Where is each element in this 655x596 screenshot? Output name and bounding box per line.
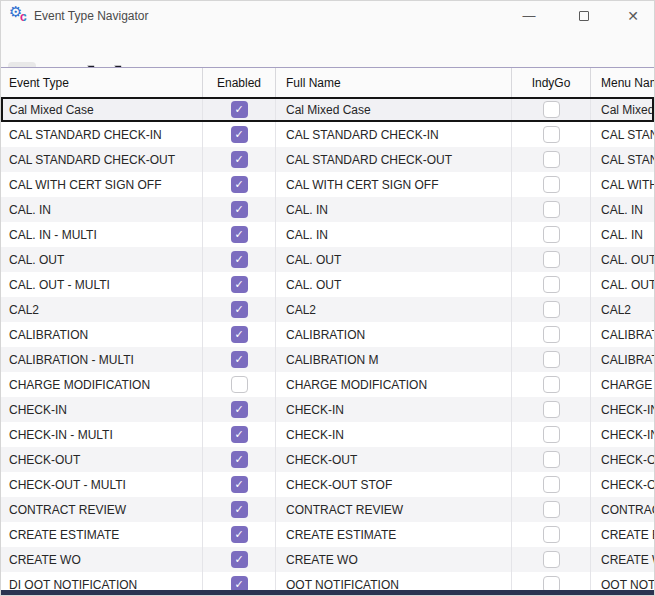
minimize-button[interactable]: — [513, 4, 545, 27]
enabled-checkbox-cell: ✓ [203, 447, 276, 472]
indygo-checkbox[interactable] [543, 201, 560, 218]
menu-name-cell-text: CREATE WO [591, 553, 654, 567]
event-type-cell: CHECK-OUT - MULTI [1, 472, 203, 497]
menu-name-cell: CALIBRATION [591, 322, 654, 347]
enabled-checkbox[interactable]: ✓ [231, 326, 248, 343]
enabled-checkbox[interactable] [231, 376, 248, 393]
enabled-checkbox[interactable]: ✓ [231, 476, 248, 493]
full-name-cell-text: Cal Mixed Case [276, 103, 371, 117]
event-type-cell: CREATE WO [1, 547, 203, 572]
event-type-cell-text: CALIBRATION - MULTI [1, 353, 134, 367]
menu-name-cell-text: CALIBRATION M [591, 353, 654, 367]
indygo-checkbox[interactable] [543, 451, 560, 468]
table-row[interactable]: CAL. IN - MULTI✓CAL. INCAL. IN [1, 222, 654, 247]
enabled-checkbox[interactable]: ✓ [231, 226, 248, 243]
event-type-cell-text: CAL WITH CERT SIGN OFF [1, 178, 161, 192]
indygo-checkbox[interactable] [543, 176, 560, 193]
indygo-checkbox-cell [512, 322, 591, 347]
enabled-checkbox[interactable]: ✓ [231, 351, 248, 368]
enabled-checkbox[interactable]: ✓ [231, 426, 248, 443]
table-row[interactable]: CHECK-IN - MULTI✓CHECK-INCHECK-IN [1, 422, 654, 447]
indygo-checkbox[interactable] [543, 326, 560, 343]
table-row[interactable]: CAL. OUT - MULTI✓CAL. OUTCAL. OUT [1, 272, 654, 297]
enabled-checkbox[interactable]: ✓ [231, 401, 248, 418]
table-row[interactable]: CHECK-IN✓CHECK-INCHECK-IN [1, 397, 654, 422]
indygo-checkbox[interactable] [543, 401, 560, 418]
event-type-cell: CHECK-IN - MULTI [1, 422, 203, 447]
column-header-event-type[interactable]: Event Type [1, 68, 203, 97]
table-row[interactable]: CONTRACT REVIEW✓CONTRACT REVIEWCONTRACT … [1, 497, 654, 522]
indygo-checkbox[interactable] [543, 226, 560, 243]
indygo-checkbox-cell [512, 297, 591, 322]
full-name-cell: CREATE ESTIMATE [276, 522, 512, 547]
table-row[interactable]: CAL. OUT✓CAL. OUTCAL. OUT [1, 247, 654, 272]
full-name-cell-text: CAL STANDARD CHECK-OUT [276, 153, 452, 167]
table-row[interactable]: CAL WITH CERT SIGN OFF✓CAL WITH CERT SIG… [1, 172, 654, 197]
enabled-checkbox[interactable]: ✓ [231, 501, 248, 518]
table-row[interactable]: CALIBRATION - MULTI✓CALIBRATION MCALIBRA… [1, 347, 654, 372]
column-header-full-name[interactable]: Full Name [276, 68, 512, 97]
enabled-checkbox[interactable]: ✓ [231, 101, 248, 118]
indygo-checkbox[interactable] [543, 276, 560, 293]
menu-name-cell-text: CAL WITH CERT SIGN OFF [591, 178, 654, 192]
full-name-cell: CAL STANDARD CHECK-OUT [276, 147, 512, 172]
indygo-checkbox[interactable] [543, 551, 560, 568]
indygo-checkbox[interactable] [543, 126, 560, 143]
enabled-checkbox[interactable]: ✓ [231, 126, 248, 143]
indygo-checkbox[interactable] [543, 426, 560, 443]
column-header-menu-name[interactable]: Menu Name [591, 68, 655, 97]
table-row[interactable]: CAL STANDARD CHECK-IN✓CAL STANDARD CHECK… [1, 122, 654, 147]
table-row[interactable]: CALIBRATION✓CALIBRATIONCALIBRATION [1, 322, 654, 347]
app-logo-icon: ⚙ c c [9, 4, 31, 26]
event-type-cell-text: CHECK-OUT - MULTI [1, 478, 126, 492]
table-row[interactable]: CAL STANDARD CHECK-OUT✓CAL STANDARD CHEC… [1, 147, 654, 172]
table-row[interactable]: CHECK-OUT✓CHECK-OUTCHECK-OUT [1, 447, 654, 472]
enabled-checkbox[interactable]: ✓ [231, 526, 248, 543]
menu-name-cell-text: CHECK-OUT [591, 453, 654, 467]
indygo-checkbox[interactable] [543, 351, 560, 368]
enabled-checkbox[interactable]: ✓ [231, 151, 248, 168]
event-type-cell-text: CAL STANDARD CHECK-OUT [1, 153, 175, 167]
indygo-checkbox-cell [512, 222, 591, 247]
event-type-cell: CREATE ESTIMATE [1, 522, 203, 547]
table-row[interactable]: CREATE ESTIMATE✓CREATE ESTIMATECREATE ES… [1, 522, 654, 547]
indygo-checkbox[interactable] [543, 476, 560, 493]
enabled-checkbox[interactable]: ✓ [231, 301, 248, 318]
enabled-checkbox[interactable]: ✓ [231, 551, 248, 568]
close-button[interactable]: ✕ [617, 4, 649, 27]
menu-name-cell: CREATE WO [591, 547, 654, 572]
indygo-checkbox[interactable] [543, 151, 560, 168]
full-name-cell-text: CAL2 [276, 303, 316, 317]
enabled-checkbox-cell: ✓ [203, 222, 276, 247]
event-type-cell: CALIBRATION - MULTI [1, 347, 203, 372]
enabled-checkbox-cell: ✓ [203, 247, 276, 272]
indygo-checkbox[interactable] [543, 251, 560, 268]
table-row[interactable]: CHECK-OUT - MULTI✓CHECK-OUT STOFCHECK-OU… [1, 472, 654, 497]
full-name-cell: CAL. OUT [276, 272, 512, 297]
indygo-checkbox[interactable] [543, 101, 560, 118]
enabled-checkbox-cell: ✓ [203, 322, 276, 347]
indygo-checkbox[interactable] [543, 376, 560, 393]
table-row[interactable]: CAL2✓CAL2CAL2 [1, 297, 654, 322]
maximize-button[interactable] [568, 4, 600, 27]
table-row[interactable]: CAL. IN✓CAL. INCAL. IN [1, 197, 654, 222]
table-row[interactable]: CREATE WO✓CREATE WOCREATE WO [1, 547, 654, 572]
indygo-checkbox[interactable] [543, 526, 560, 543]
full-name-cell: CAL WITH CERT SIGN OFF [276, 172, 512, 197]
full-name-cell-text: CAL STANDARD CHECK-IN [276, 128, 439, 142]
enabled-checkbox[interactable]: ✓ [231, 251, 248, 268]
table-row[interactable]: Cal Mixed Case✓Cal Mixed CaseCal Mixed C… [1, 97, 654, 122]
enabled-checkbox[interactable]: ✓ [231, 451, 248, 468]
enabled-checkbox[interactable]: ✓ [231, 176, 248, 193]
enabled-checkbox[interactable]: ✓ [231, 276, 248, 293]
column-header-indygo[interactable]: IndyGo [512, 68, 591, 97]
event-type-cell: CHECK-OUT [1, 447, 203, 472]
indygo-checkbox[interactable] [543, 301, 560, 318]
column-header-enabled[interactable]: Enabled [203, 68, 276, 97]
indygo-checkbox-cell [512, 397, 591, 422]
event-type-cell: CAL STANDARD CHECK-OUT [1, 147, 203, 172]
table-row[interactable]: CHARGE MODIFICATIONCHARGE MODIFICATIONCH… [1, 372, 654, 397]
event-type-cell-text: CREATE WO [1, 553, 81, 567]
indygo-checkbox[interactable] [543, 501, 560, 518]
enabled-checkbox[interactable]: ✓ [231, 201, 248, 218]
